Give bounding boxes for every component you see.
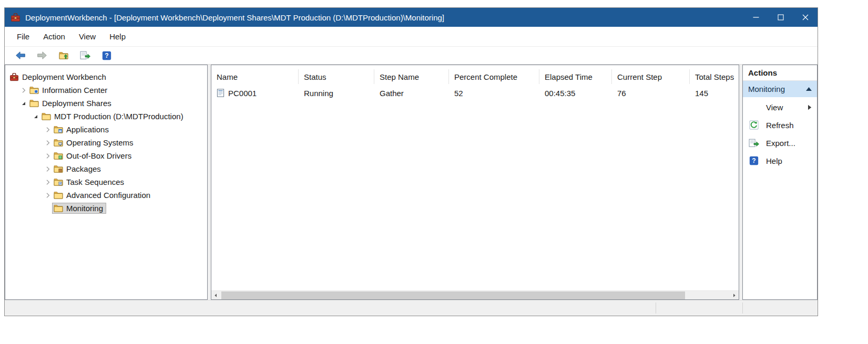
folder-drivers-icon: [54, 152, 65, 160]
scroll-right-button[interactable]: [730, 291, 739, 300]
column-header-step-name[interactable]: Step Name: [374, 69, 449, 84]
svg-text:?: ?: [105, 52, 108, 59]
scroll-track[interactable]: [220, 291, 730, 300]
tree-collapsed-chevron-icon[interactable]: [43, 178, 53, 186]
tree-node: Deployment Workbench: [8, 72, 109, 82]
tree-item-monitoring[interactable]: Monitoring: [5, 202, 207, 215]
maximize-button[interactable]: [768, 8, 793, 27]
window-title: DeploymentWorkbench - [Deployment Workbe…: [25, 13, 743, 22]
folder-apps-icon: [54, 126, 65, 134]
action-help[interactable]: ?Help: [743, 152, 817, 170]
tree-item-label: Deployment Shares: [40, 99, 111, 108]
menu-action[interactable]: Action: [36, 32, 72, 41]
maximize-icon: [778, 14, 784, 20]
action-export[interactable]: Export...: [743, 134, 817, 152]
toolbar-forward-button[interactable]: [34, 48, 50, 63]
tree-item-applications[interactable]: Applications: [5, 123, 207, 136]
tree-item-label: Packages: [65, 164, 101, 173]
tree-collapsed-chevron-icon[interactable]: [43, 191, 53, 200]
column-header-percent-complete[interactable]: Percent Complete: [449, 69, 539, 84]
help-icon: ?: [748, 155, 760, 166]
toolbar-up-one-level-button[interactable]: [55, 48, 72, 63]
tree-item-information-center[interactable]: Information Center: [5, 84, 207, 97]
toolbar-export-list-button[interactable]: [77, 48, 94, 63]
folder-packages-icon: [54, 165, 65, 173]
tree-item-label: Task Sequences: [65, 178, 124, 186]
actions-list: ViewRefreshExport...?Help: [743, 97, 817, 170]
action-label: Export...: [766, 139, 813, 148]
scroll-thumb[interactable]: [221, 291, 685, 299]
toolbar-back-button[interactable]: [12, 48, 29, 63]
status-bar-separator: [742, 303, 743, 314]
actions-group-collapse-icon[interactable]: [806, 87, 812, 91]
tree-item-advanced-configuration[interactable]: Advanced Configuration: [5, 189, 207, 202]
tree-item-label: Advanced Configuration: [65, 191, 150, 200]
column-header-total-steps[interactable]: Total Steps: [690, 69, 739, 84]
scroll-left-button[interactable]: [211, 291, 220, 300]
tree-node: Information Center: [28, 85, 110, 95]
tree-node: Deployment Shares: [28, 98, 114, 108]
tree-item-label: Deployment Workbench: [21, 72, 106, 81]
menu-view[interactable]: View: [72, 32, 103, 41]
tree-collapsed-chevron-icon[interactable]: [43, 165, 53, 173]
tree-item-packages[interactable]: Packages: [5, 162, 207, 175]
tree-node: Applications: [53, 124, 111, 134]
cell-total-steps: 145: [690, 89, 739, 98]
tree-item-deployment-shares[interactable]: Deployment Shares: [5, 97, 207, 110]
cell-status: Running: [299, 89, 374, 98]
tree-collapsed-chevron-icon[interactable]: [18, 86, 28, 95]
svg-text:?: ?: [752, 157, 755, 164]
menu-file[interactable]: File: [10, 32, 36, 41]
list-row[interactable]: PC0001RunningGather5200:45:3576145: [211, 85, 739, 101]
tree-collapsed-chevron-icon[interactable]: [43, 139, 53, 147]
action-label: Refresh: [766, 121, 813, 130]
tree-collapsed-chevron-icon[interactable]: [43, 126, 53, 134]
tree-item-mdt-production-d-mdtproduction[interactable]: MDT Production (D:\MDTProduction): [5, 110, 207, 123]
refresh-icon: [748, 120, 760, 130]
tree-collapsed-chevron-icon[interactable]: [43, 152, 53, 160]
tree-expanded-chevron-icon[interactable]: [30, 112, 40, 121]
tree-item-task-sequences[interactable]: Task Sequences: [5, 175, 207, 189]
action-label: Help: [766, 157, 813, 165]
status-bar-separator: [656, 303, 656, 314]
close-button[interactable]: [793, 8, 818, 27]
tree-node: MDT Production (D:\MDTProduction): [40, 111, 186, 121]
cell-value: Gather: [380, 89, 404, 98]
cell-value: 76: [617, 89, 626, 98]
minimize-icon: [753, 14, 759, 20]
tree-item-operating-systems[interactable]: Operating Systems: [5, 136, 207, 149]
tree-node: Packages: [53, 164, 104, 174]
tree-node: Monitoring: [53, 203, 106, 213]
action-refresh[interactable]: Refresh: [743, 116, 817, 134]
tree-item-deployment-workbench[interactable]: Deployment Workbench: [5, 70, 207, 84]
tree-item-label: Applications: [65, 125, 109, 134]
column-header-name[interactable]: Name: [211, 69, 299, 84]
help-icon: ?: [102, 51, 111, 60]
export-icon: [748, 138, 760, 148]
title-bar[interactable]: DeploymentWorkbench - [Deployment Workbe…: [5, 8, 818, 27]
column-header-elapsed-time[interactable]: Elapsed Time: [539, 69, 612, 84]
action-label: View: [766, 103, 808, 112]
cell-value: 52: [454, 89, 463, 98]
menu-help[interactable]: Help: [103, 32, 132, 41]
forward-arrow-icon: [37, 51, 47, 60]
minimize-button[interactable]: [743, 8, 768, 27]
folder-info-icon: [29, 86, 40, 95]
folder-ts-icon: [54, 178, 65, 186]
menu-bar: FileActionViewHelp: [5, 27, 818, 47]
column-header-status[interactable]: Status: [299, 69, 374, 84]
cell-name: PC0001: [211, 89, 299, 98]
column-header-current-step[interactable]: Current Step: [612, 69, 690, 84]
tree-node: Advanced Configuration: [53, 190, 153, 200]
tree-expanded-chevron-icon[interactable]: [18, 99, 28, 108]
actions-group-header-monitoring[interactable]: Monitoring: [743, 81, 817, 97]
export-icon: [80, 51, 91, 60]
back-arrow-icon: [15, 51, 26, 60]
action-view[interactable]: View: [743, 98, 817, 116]
tree-item-out-of-box-drivers[interactable]: Out-of-Box Drivers: [5, 149, 207, 162]
horizontal-scrollbar[interactable]: [211, 290, 739, 299]
tree-node: Operating Systems: [53, 138, 136, 148]
toolbar-help-button[interactable]: ?: [98, 48, 115, 63]
folder-icon: [54, 191, 65, 200]
actions-group-label: Monitoring: [748, 85, 806, 93]
